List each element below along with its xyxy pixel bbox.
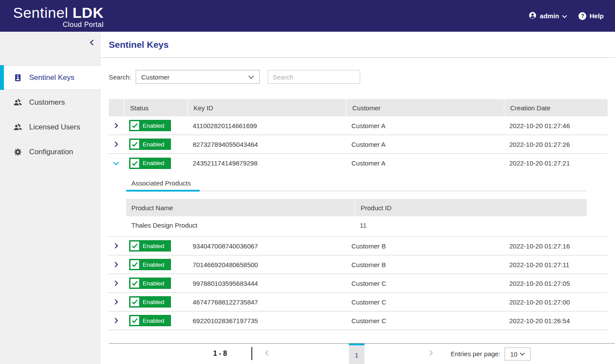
check-icon	[130, 159, 139, 168]
customer-cell: Customer A	[346, 141, 504, 148]
sidebar-item-configuration[interactable]: Configuration	[0, 139, 101, 164]
search-label: Search:	[109, 73, 131, 81]
creation-date-cell: 2022-10-20 01:27:21	[504, 159, 608, 167]
users-icon	[13, 122, 23, 132]
users-icon	[13, 98, 23, 107]
help-icon: ?	[578, 12, 586, 20]
app-title-light: Sentinel	[13, 4, 68, 21]
page-title: Sentinel Keys	[109, 40, 169, 50]
app-title: Sentinel LDK	[13, 5, 104, 20]
status-label: Enabled	[139, 318, 170, 324]
creation-date-cell: 2022-10-20 01:26:54	[504, 317, 608, 324]
top-banner: Sentinel LDK Cloud Portal admin ? Help	[0, 0, 615, 32]
keys-table: Status Key ID Customer Creation Date Ena…	[109, 99, 608, 330]
app-title-bold: LDK	[73, 4, 104, 21]
key-id-cell: 692201028367197735	[187, 317, 346, 324]
creation-date-cell: 2022-10-20 01:27:46	[504, 122, 608, 129]
expand-chevron-icon[interactable]	[109, 299, 124, 305]
sidebar-item-licensed-users[interactable]: Licensed Users	[0, 115, 101, 139]
expand-chevron-icon[interactable]	[109, 141, 124, 147]
panel-tab-bar: Associated Products	[126, 178, 587, 191]
column-header-creation-date: Creation Date	[504, 99, 608, 116]
creation-date-cell: 2022-10-20 01:27:11	[504, 261, 608, 268]
gear-icon	[13, 148, 23, 156]
key-id-cell: 934047008740036067	[187, 242, 346, 250]
search-filter-select[interactable]: Customer	[136, 70, 260, 84]
help-button[interactable]: ? Help	[578, 12, 604, 20]
status-badge: Enabled	[129, 315, 171, 326]
status-label: Enabled	[139, 122, 170, 129]
prev-page-icon[interactable]	[264, 350, 269, 358]
customer-cell: Customer B	[346, 261, 504, 268]
status-label: Enabled	[139, 299, 170, 305]
status-badge: Enabled	[129, 120, 171, 131]
products-sub-table: Product Name Product ID Thales Design Pr…	[126, 199, 587, 234]
table-row: Enabled 997880103595683444 Customer C 20…	[109, 274, 608, 293]
product-id-cell: 11	[354, 222, 587, 229]
sidebar-item-label: Licensed Users	[29, 123, 80, 132]
expand-chevron-icon[interactable]	[109, 243, 124, 249]
column-header-customer: Customer	[346, 99, 504, 116]
table-row: Enabled 827327894055043464 Customer A 20…	[109, 135, 608, 154]
table-row: Enabled 934047008740036067 Customer B 20…	[109, 237, 608, 255]
key-id-cell: 467477688122735847	[187, 298, 346, 306]
status-label: Enabled	[139, 141, 170, 148]
main-content: Sentinel Keys Search: Customer Status Ke…	[101, 32, 615, 364]
user-name: admin	[540, 12, 559, 20]
key-id-cell: 243521174149879298	[187, 159, 346, 167]
column-header-key-id: Key ID	[187, 99, 346, 116]
expand-chevron-icon[interactable]	[109, 280, 124, 286]
table-header: Status Key ID Customer Creation Date	[109, 99, 608, 116]
sub-table-header: Product Name Product ID	[126, 199, 587, 216]
sidebar-item-sentinel-keys[interactable]: Sentinel Keys	[0, 65, 101, 90]
search-filter-value: Customer	[141, 73, 170, 81]
table-row-expanded: Enabled 243521174149879298 Customer A 20…	[109, 154, 608, 172]
chevron-down-icon	[562, 12, 567, 20]
app-logo: Sentinel LDK Cloud Portal	[13, 3, 104, 28]
help-label: Help	[589, 12, 604, 20]
entries-per-page-select[interactable]: 10	[505, 347, 531, 361]
page-button-1[interactable]: 1	[349, 344, 364, 364]
check-icon	[130, 316, 139, 325]
table-row: Enabled 692201028367197735 Customer C 20…	[109, 311, 608, 330]
customer-cell: Customer B	[346, 242, 504, 250]
status-label: Enabled	[139, 243, 170, 249]
product-name-cell: Thales Design Product	[126, 222, 354, 229]
creation-date-cell: 2022-10-20 01:27:00	[504, 298, 608, 306]
chevron-down-icon	[248, 75, 254, 79]
chevron-down-icon	[520, 352, 525, 356]
key-id-cell: 997880103595683444	[187, 280, 346, 287]
next-page-icon[interactable]	[429, 350, 434, 358]
status-badge: Enabled	[129, 296, 171, 308]
sidebar-nav: Sentinel Keys Customers Licensed Users C…	[0, 65, 101, 164]
expand-chevron-icon[interactable]	[109, 261, 124, 268]
check-icon	[130, 242, 139, 250]
search-input[interactable]	[268, 70, 360, 84]
sidebar: Sentinel Keys Customers Licensed Users C…	[0, 32, 101, 364]
status-badge: Enabled	[129, 259, 171, 270]
expand-chevron-icon[interactable]	[109, 122, 124, 129]
creation-date-cell: 2022-10-20 01:27:16	[504, 242, 608, 250]
creation-date-cell: 2022-10-20 01:27:26	[504, 141, 608, 148]
sidebar-item-customers[interactable]: Customers	[0, 90, 101, 115]
status-badge: Enabled	[129, 240, 171, 251]
column-header-product-id: Product ID	[354, 199, 587, 216]
banner-actions: admin ? Help	[528, 11, 604, 21]
sidebar-collapse-icon[interactable]	[86, 37, 97, 48]
table-row: Enabled 467477688122735847 Customer C 20…	[109, 293, 608, 311]
expanded-row-group: Enabled 243521174149879298 Customer A 20…	[109, 154, 608, 237]
user-menu[interactable]: admin	[528, 11, 567, 21]
search-bar: Search: Customer	[109, 70, 615, 84]
column-header-status: Status	[124, 99, 187, 116]
page-header: Sentinel Keys	[101, 32, 615, 58]
table-row: Enabled 701466920480658500 Customer B 20…	[109, 255, 608, 274]
customer-cell: Customer C	[346, 317, 504, 324]
sidebar-item-label: Configuration	[29, 148, 73, 156]
expand-chevron-icon[interactable]	[109, 318, 124, 324]
entries-per-page-label: Entries per page:	[451, 350, 500, 357]
customer-cell: Customer C	[346, 298, 504, 306]
pagination-bar: 1 - 8 1 Entries per page: 10	[109, 343, 615, 364]
column-header-product-name: Product Name	[126, 199, 354, 216]
tab-associated-products[interactable]: Associated Products	[126, 178, 200, 192]
collapse-chevron-icon[interactable]	[109, 160, 124, 166]
